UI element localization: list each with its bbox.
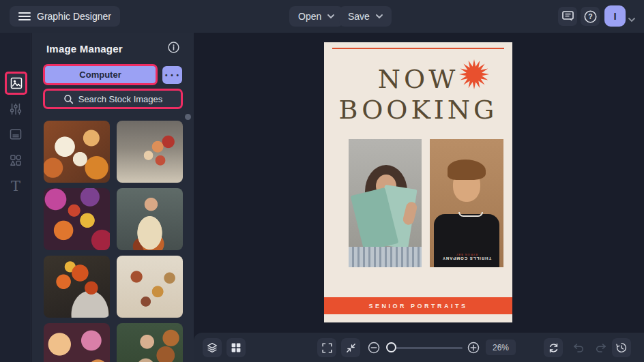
sidebar-item-image-manager[interactable] xyxy=(5,72,27,95)
redo-icon xyxy=(594,342,607,354)
poster-banner-text: SENIOR PORTRAITS xyxy=(368,303,467,310)
layers-icon xyxy=(206,342,218,354)
feedback-button[interactable] xyxy=(558,7,577,26)
ellipsis-icon: • • • xyxy=(165,72,179,79)
poster-accent-line[interactable] xyxy=(332,48,504,49)
photo-detail xyxy=(349,247,422,267)
collapse-icon xyxy=(345,342,357,354)
save-button-label: Save xyxy=(348,11,370,22)
stock-image-thumbnail[interactable] xyxy=(44,121,110,183)
refresh-icon xyxy=(548,342,559,354)
svg-text:?: ? xyxy=(588,12,592,20)
zoom-in-button[interactable] xyxy=(464,338,483,357)
sliders-icon xyxy=(9,102,23,116)
stock-image-thumbnail[interactable] xyxy=(44,256,110,318)
open-button-label: Open xyxy=(298,11,321,22)
redo-button[interactable] xyxy=(591,338,610,357)
save-button[interactable]: Save xyxy=(339,6,392,27)
fit-to-screen-button[interactable] xyxy=(341,338,360,357)
chevron-down-icon xyxy=(628,18,635,22)
user-avatar[interactable]: I xyxy=(604,5,626,27)
minus-circle-icon xyxy=(367,341,381,355)
account-menu-button[interactable] xyxy=(628,13,635,25)
canvas-toolbar: 26% xyxy=(194,333,644,362)
stock-image-thumbnail[interactable] xyxy=(44,323,110,362)
chevron-down-icon xyxy=(376,14,383,19)
poster-photo-young-man[interactable]: THRILLS COMPANY BYRON BAY xyxy=(430,139,503,267)
panel-title: Image Manager xyxy=(46,43,123,55)
starburst-graphic[interactable] xyxy=(459,59,489,89)
app-title: Graphic Designer xyxy=(37,11,111,22)
computer-source-label: Computer xyxy=(79,70,121,80)
open-button[interactable]: Open xyxy=(289,6,343,27)
card-icon xyxy=(9,127,23,141)
reset-button[interactable] xyxy=(544,338,563,357)
text-icon: T xyxy=(11,178,20,194)
info-icon xyxy=(168,42,179,53)
zoom-slider-track[interactable] xyxy=(390,347,463,349)
menu-icon xyxy=(18,12,31,21)
feedback-icon xyxy=(562,11,574,22)
shirt-text-line1: THRILLS COMPANY xyxy=(434,256,499,260)
stock-image-thumbnail[interactable] xyxy=(44,188,110,250)
main-menu-button[interactable]: Graphic Designer xyxy=(10,6,120,27)
fullscreen-button[interactable] xyxy=(317,338,336,357)
image-manager-panel: Image Manager Computer • • • Search Stoc… xyxy=(32,33,194,362)
graphic-designer-app: Graphic Designer Open Save xyxy=(0,0,644,362)
layers-button[interactable] xyxy=(203,338,222,357)
tool-sidebar: T xyxy=(0,33,31,362)
plus-circle-icon xyxy=(467,341,480,355)
info-button[interactable] xyxy=(168,42,179,56)
zoom-slider-handle[interactable] xyxy=(386,342,396,352)
stock-image-thumbnail[interactable] xyxy=(117,121,183,183)
history-button[interactable] xyxy=(612,338,631,357)
stock-image-thumbnail[interactable] xyxy=(117,323,183,362)
poster-photo-woman-with-book[interactable] xyxy=(349,139,422,267)
help-icon: ? xyxy=(584,10,597,23)
avatar-initial: I xyxy=(613,10,616,22)
panel-scrollbar-thumb[interactable] xyxy=(185,114,191,120)
sidebar-item-graphics[interactable] xyxy=(0,148,31,172)
photo-detail xyxy=(458,212,483,217)
sidebar-item-text[interactable]: T xyxy=(0,174,31,198)
grid-view-button[interactable] xyxy=(226,338,246,357)
search-icon xyxy=(63,94,74,104)
photo-detail: THRILLS COMPANY BYRON BAY xyxy=(434,214,499,267)
zoom-level-value: 26% xyxy=(493,343,509,352)
shapes-icon xyxy=(9,153,23,167)
poster-headline-line2: BOOKING xyxy=(324,95,512,125)
computer-source-button[interactable]: Computer xyxy=(43,64,158,85)
help-button[interactable]: ? xyxy=(581,7,600,26)
shirt-text: THRILLS COMPANY BYRON BAY xyxy=(434,253,499,260)
zoom-out-button[interactable] xyxy=(364,338,383,357)
undo-icon xyxy=(572,342,585,354)
grid-icon xyxy=(231,342,241,353)
search-placeholder: Search Stock Images xyxy=(78,94,163,104)
history-icon xyxy=(615,342,628,354)
sidebar-item-templates[interactable] xyxy=(0,122,31,147)
poster-banner[interactable]: SENIOR PORTRAITS xyxy=(324,297,512,314)
chevron-down-icon xyxy=(327,14,334,19)
stock-image-thumbnail[interactable] xyxy=(117,256,183,318)
more-sources-button[interactable]: • • • xyxy=(162,66,182,84)
sidebar-item-edit[interactable] xyxy=(0,97,31,121)
top-bar: Graphic Designer Open Save xyxy=(0,0,644,33)
stock-image-search-input[interactable]: Search Stock Images xyxy=(43,89,183,109)
expand-icon xyxy=(321,342,333,354)
zoom-level-display[interactable]: 26% xyxy=(486,340,516,355)
image-icon xyxy=(10,76,23,90)
photo-detail xyxy=(448,160,486,180)
stock-image-thumbnail[interactable] xyxy=(117,188,183,250)
undo-button[interactable] xyxy=(569,338,588,357)
